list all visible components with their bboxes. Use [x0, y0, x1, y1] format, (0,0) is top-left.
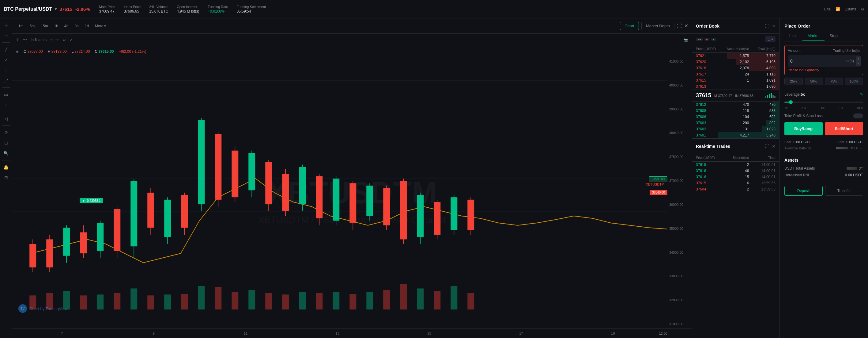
place-order-panel: Place Order LimitMarketStop Amount Tradi…: [779, 19, 868, 338]
crosshair-tool[interactable]: ✛: [2, 21, 10, 29]
erase-tool[interactable]: ⊘: [2, 128, 10, 137]
unrealised-label: Unrealised PNL: [784, 173, 810, 177]
leverage-edit-icon[interactable]: ✎: [860, 92, 863, 96]
timeframe-btn-4h[interactable]: 4h: [62, 23, 71, 29]
chart-settings-icon[interactable]: ⚙: [62, 38, 66, 42]
deposit-transfer-btns: Deposit Transfer: [779, 184, 868, 198]
settings-icon[interactable]: ⚙: [861, 7, 864, 11]
ob-asks-only-btn[interactable]: [705, 38, 709, 41]
screenshot-icon[interactable]: 📷: [684, 38, 688, 42]
rt-time: 13:59:55: [749, 181, 775, 185]
ob-depth-selector[interactable]: 1 ▾: [765, 36, 775, 42]
deposit-button[interactable]: Deposit: [784, 186, 823, 196]
ob-ask-row: 37617 24 1,115: [692, 71, 779, 77]
svg-rect-35: [248, 153, 255, 190]
expand-icon[interactable]: ⛶: [677, 23, 682, 29]
cursor-tool[interactable]: ⊹: [2, 31, 10, 40]
alert-tool[interactable]: 🔔: [2, 163, 10, 171]
undo-icon[interactable]: ↩: [50, 37, 54, 42]
timeframe-btn-1d[interactable]: 1d: [83, 23, 91, 29]
svg-rect-66: [97, 294, 103, 309]
order-book-expand-icon[interactable]: ⛶: [765, 24, 769, 29]
rt-size: 2: [722, 187, 749, 191]
percent-btn-25%[interactable]: 25%: [784, 78, 803, 85]
balance-suffix: USDT →: [849, 146, 863, 150]
symbol-name: BTC Perpetual/USDT: [4, 6, 52, 12]
svg-rect-53: [400, 181, 407, 240]
ob-ask-price: 37613: [696, 84, 722, 89]
main-content: ✛ ⊹ ╱ ↗ T ⋰ ▭ ↔ ◁ ⊘ ⊡ 🔍 🔔 ⊞ 1m5m15m1h4h8…: [0, 19, 868, 338]
sell-short-button[interactable]: Sell/Short: [825, 122, 863, 135]
stat-index-price: Index Price37606.65: [124, 5, 141, 13]
magnet-tool[interactable]: ⊡: [2, 139, 10, 147]
trading-unit-selector[interactable]: Trading Unit lot(s): [833, 49, 860, 52]
chart-button[interactable]: Chart: [620, 22, 639, 30]
ob-bid-price: 37603: [696, 121, 722, 125]
ob-bid-total: 470: [749, 103, 775, 107]
percent-btn-75%[interactable]: 75%: [825, 78, 843, 85]
fullscreen-icon[interactable]: ⤢: [69, 37, 73, 42]
pair-label: XBTUSDTM: [644, 182, 666, 187]
market-depth-button[interactable]: Market Depth: [641, 22, 675, 30]
svg-rect-15: [80, 232, 87, 254]
add-order-icon[interactable]: ⊕: [16, 50, 19, 54]
transfer-button[interactable]: Transfer: [825, 186, 863, 196]
close-chart-icon[interactable]: ✕: [684, 23, 688, 29]
ob-combined-view-btn[interactable]: [696, 38, 703, 41]
more-timeframes-btn[interactable]: More ▾: [93, 23, 108, 29]
rt-size: 15: [722, 175, 749, 179]
percent-btn-100%[interactable]: 100%: [845, 78, 863, 85]
amount-decrement-btn[interactable]: −: [856, 61, 861, 66]
price-level-37000.00: 37000.00: [669, 179, 690, 182]
po-tab-stop[interactable]: Stop: [825, 31, 843, 41]
timeframe-btn-1h[interactable]: 1h: [52, 23, 61, 29]
indicators-button[interactable]: Indicators: [31, 38, 46, 42]
cursor-indicator-icon[interactable]: ⊹: [16, 37, 19, 42]
ob-asks: 37621 1,575 7,770 37620 2,102 6,195 3761…: [692, 53, 779, 90]
rt-table-header: Price(USDT) Size(lot(s)) Time: [692, 154, 779, 162]
zoom-in-tool[interactable]: 🔍: [2, 149, 10, 158]
line-indicator-icon[interactable]: 〜: [23, 37, 27, 43]
timeframe-btn-5m[interactable]: 5m: [27, 23, 37, 29]
percent-btn-50%[interactable]: 50%: [805, 78, 823, 85]
chart-canvas[interactable]: XBTUSDTM XBTUSDTM / USDT Perpetual Swap …: [12, 57, 692, 328]
take-profit-toggle[interactable]: [853, 113, 863, 118]
order-book-close-icon[interactable]: ✕: [772, 24, 775, 29]
amount-input[interactable]: [790, 59, 844, 63]
timeframe-btn-8h[interactable]: 8h: [72, 23, 81, 29]
ob-ask-price: 37618: [696, 66, 722, 70]
ob-bids-only-btn[interactable]: [711, 38, 716, 41]
timeframe-btn-1m[interactable]: 1m: [16, 23, 26, 29]
leverage-slider[interactable]: [784, 99, 863, 105]
svg-rect-17: [97, 223, 103, 251]
zoom-tool[interactable]: ◁: [2, 114, 10, 123]
po-tab-market[interactable]: Market: [802, 31, 825, 41]
leverage-thumb[interactable]: [789, 100, 793, 104]
leverage-label: Leverage:: [784, 92, 801, 96]
amount-increment-btn[interactable]: +: [856, 56, 861, 61]
measure-tool[interactable]: ↔: [2, 101, 10, 109]
rt-expand-icon[interactable]: ⛶: [765, 144, 769, 149]
realtime-panel: Real-time Trades ⛶ ✕ Price(USDT) Size(lo…: [692, 138, 779, 338]
balance-row: Available Balance USDT →: [779, 145, 868, 154]
fib-tool[interactable]: ⋰: [2, 76, 10, 85]
rt-time: 13:59:53: [749, 187, 775, 191]
balance-label: Available Balance: [784, 146, 811, 150]
svg-rect-76: [265, 293, 272, 309]
timeframe-btn-15m[interactable]: 15m: [38, 23, 50, 29]
ob-bid-price: 37608: [696, 109, 722, 113]
shape-tool[interactable]: ▭: [2, 90, 10, 99]
rt-close-icon[interactable]: ✕: [772, 144, 775, 149]
position-tool[interactable]: ⊞: [2, 173, 10, 182]
text-tool[interactable]: T: [2, 66, 10, 75]
trend-line-tool[interactable]: ╱: [2, 45, 10, 54]
ob-bid-total: 588: [749, 109, 775, 113]
lite-button[interactable]: Lite: [824, 7, 831, 11]
ohlc-close: C 37615.00: [95, 49, 114, 54]
buy-long-button[interactable]: Buy/Long: [784, 122, 823, 135]
usdt-suffix: DT: [859, 167, 863, 170]
symbol-dropdown-icon[interactable]: ▼: [54, 7, 58, 11]
redo-icon[interactable]: ↪: [56, 37, 59, 42]
po-tab-limit[interactable]: Limit: [784, 31, 802, 41]
arrow-tool[interactable]: ↗: [2, 56, 10, 64]
